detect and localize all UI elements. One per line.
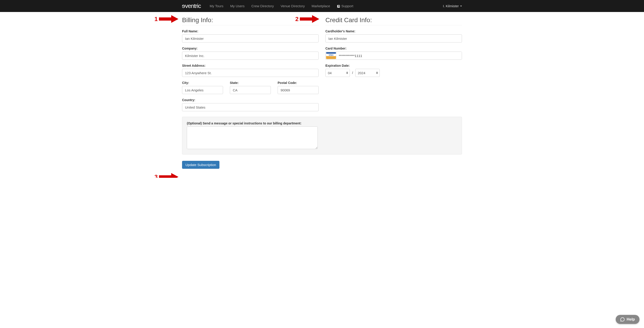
company-input[interactable] — [182, 51, 318, 60]
svg-text:VISA: VISA — [328, 54, 333, 56]
billing-heading: Billing Info: — [182, 16, 318, 25]
brand-logo[interactable]: eventric — [182, 2, 201, 9]
user-menu[interactable]: I. Kilmister — [443, 4, 462, 8]
full-name-label: Full Name: — [182, 29, 318, 33]
full-name-input[interactable] — [182, 34, 318, 42]
chevron-down-icon — [460, 6, 462, 6]
country-input[interactable] — [182, 103, 318, 111]
card-heading: Credit Card Info: — [326, 16, 462, 25]
state-input[interactable] — [230, 86, 271, 94]
annotation-1: 1 — [154, 15, 178, 23]
credit-card-section: Credit Card Info: Cardholder's Name: Car… — [326, 16, 462, 115]
update-subscription-button[interactable]: Update Subscription — [182, 161, 220, 169]
postal-input[interactable] — [278, 86, 318, 94]
cardholder-input[interactable] — [326, 34, 462, 42]
exp-month-select[interactable]: 04 — [326, 69, 350, 77]
company-label: Company: — [182, 47, 318, 50]
navbar: eventric My Tours My Users Crew Director… — [0, 0, 644, 12]
visa-card-icon: VISA — [326, 52, 336, 59]
card-number-row: VISA — [326, 51, 462, 60]
svg-rect-6 — [326, 52, 336, 54]
exp-year-select[interactable]: 2024 — [355, 69, 380, 77]
main-content: 1 2 3 Billing Info: Full Name: Company: — [182, 12, 462, 178]
postal-label: Postal Code: — [278, 81, 318, 85]
exp-label: Expiration Date: — [326, 64, 462, 67]
nav-crew-directory[interactable]: Crew Directory — [248, 0, 277, 11]
nav-marketplace[interactable]: Marketplace — [308, 0, 334, 11]
annotation-3: 3 — [154, 173, 178, 178]
city-input[interactable] — [182, 86, 223, 94]
svg-marker-1 — [159, 15, 178, 23]
exp-slash: / — [352, 71, 353, 75]
message-well: (Optional) Send a message or special ins… — [182, 117, 462, 154]
svg-marker-3 — [159, 173, 178, 178]
city-label: City: — [182, 81, 223, 85]
card-number-input[interactable] — [336, 52, 462, 59]
nav-support[interactable]: Support — [334, 0, 357, 11]
cardholder-label: Cardholder's Name: — [326, 29, 462, 33]
nav-venue-directory[interactable]: Venue Directory — [277, 0, 308, 11]
street-input[interactable] — [182, 69, 318, 77]
street-label: Street Address: — [182, 64, 318, 67]
billing-info-section: Billing Info: Full Name: Company: Street… — [182, 16, 318, 115]
arrow-right-icon — [159, 173, 178, 178]
message-textarea[interactable] — [187, 126, 318, 149]
external-link-icon — [337, 5, 340, 8]
arrow-right-icon — [159, 15, 178, 23]
nav-my-tours[interactable]: My Tours — [206, 0, 227, 11]
state-label: State: — [230, 81, 271, 85]
user-name: I. Kilmister — [443, 4, 459, 8]
country-label: Country: — [182, 98, 318, 102]
card-number-label: Card Number: — [326, 47, 462, 50]
nav-my-users[interactable]: My Users — [227, 0, 248, 11]
message-label: (Optional) Send a message or special ins… — [187, 121, 457, 125]
